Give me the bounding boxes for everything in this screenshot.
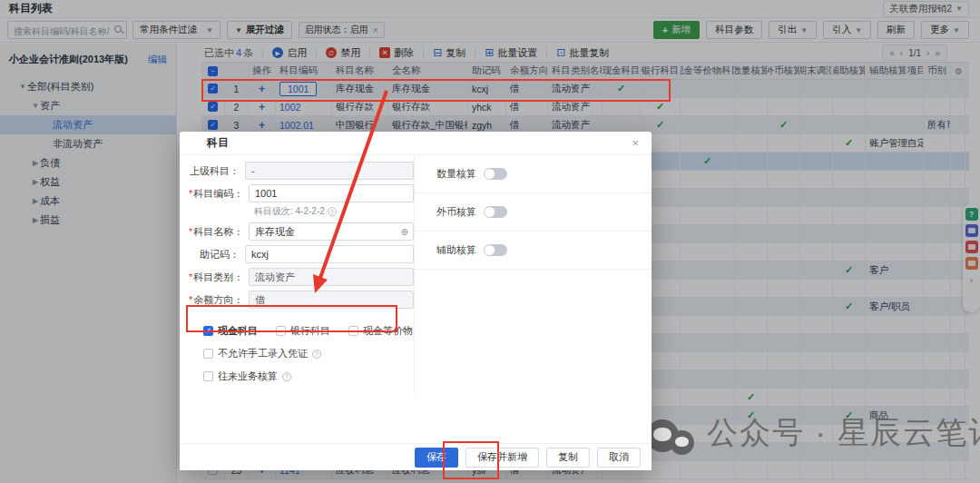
checkbox-label: 不允许手工录入凭证 (218, 347, 308, 360)
field-label: *科目名称： (189, 225, 249, 239)
field-input-余额方向: 借 (249, 291, 414, 309)
button-复制[interactable]: 复制 (546, 448, 590, 468)
toggle-label: 数量核算 (436, 167, 476, 181)
save-button[interactable]: 保存 (415, 448, 458, 468)
watermark: 公众号 · 星辰云笔记 (646, 410, 980, 455)
button-保存并新增[interactable]: 保存并新增 (466, 448, 539, 468)
subject-modal: 科目 × 上级科目：-*科目编码：1001科目级次: 4-2-2-2?*科目名称… (180, 132, 652, 470)
checkbox-icon[interactable] (203, 349, 213, 359)
toggle-section-辅助核算: 辅助核算 (415, 232, 652, 270)
field-label: *科目类别： (189, 271, 249, 284)
toggle-knob (485, 245, 495, 255)
required-asterisk: * (189, 188, 192, 199)
app-root: 科目列表 关联费用报销2 ▼ 常用条件过滤 ▼ ▼ 展开过滤 启用状态：启用 ×… (0, 0, 980, 483)
required-asterisk: * (189, 226, 192, 237)
checkbox-icon[interactable] (276, 326, 286, 336)
modal-field-科目名称: *科目名称：库存现金⊕ (189, 222, 414, 241)
toggle-label: 外币核算 (436, 205, 476, 219)
field-label: *余额方向： (189, 293, 249, 307)
checkbox-label: 现金科目 (218, 324, 258, 338)
help-circle-icon[interactable]: ? (328, 207, 337, 216)
checkbox-icon[interactable] (203, 371, 213, 381)
checkbox-label: 往来业务核算 (218, 370, 278, 383)
button-取消[interactable]: 取消 (597, 448, 641, 468)
modal-field-科目编码: *科目编码：1001 (189, 184, 414, 202)
modal-title: 科目 (207, 135, 229, 151)
toggle-knob (485, 169, 495, 179)
checkbox-银行科目[interactable]: 银行科目 (276, 324, 330, 338)
checkbox-现金等价物[interactable]: 现金等价物 (348, 324, 413, 338)
toggle-section-数量核算: 数量核算 (415, 155, 652, 193)
modal-field-上级科目: 上级科目：- (189, 162, 414, 180)
required-asterisk: * (189, 271, 192, 282)
required-asterisk: * (189, 294, 192, 305)
modal-field-余额方向: *余额方向：借 (189, 291, 414, 309)
flag-checkbox-row: ✓现金科目银行科目现金等价物 (203, 324, 414, 338)
field-input-助记码[interactable]: kcxj (245, 245, 414, 263)
field-label: *科目编码： (189, 187, 249, 201)
modal-field-助记码: 助记码：kcxj (189, 245, 414, 263)
watermark-text: 公众号 · 星辰云笔记 (707, 412, 980, 454)
checkbox-现金科目[interactable]: ✓现金科目 (203, 324, 258, 338)
toggle-switch[interactable] (484, 168, 507, 180)
field-input-科目编码[interactable]: 1001 (249, 184, 414, 202)
checkbox-label: 现金等价物 (363, 324, 413, 338)
globe-icon[interactable]: ⊕ (401, 227, 408, 237)
help-circle-icon[interactable]: ? (282, 372, 291, 381)
toggle-knob (485, 207, 495, 217)
toggle-label: 辅助核算 (436, 243, 476, 257)
modal-close-icon[interactable]: × (632, 136, 639, 150)
field-input-科目类别: 流动资产 (249, 268, 414, 286)
checkbox-icon[interactable] (348, 326, 358, 336)
field-label: 助记码： (189, 248, 245, 261)
wechat-icon (670, 430, 694, 455)
toggle-section-外币核算: 外币核算 (415, 193, 652, 232)
checkbox-往来业务核算[interactable]: 往来业务核算? (203, 370, 414, 383)
checkbox-不允许手工录入凭证[interactable]: 不允许手工录入凭证? (203, 347, 414, 360)
field-helper: 科目级次: 4-2-2-2? (254, 205, 414, 218)
help-circle-icon[interactable]: ? (312, 350, 321, 359)
field-input-科目名称[interactable]: 库存现金⊕ (249, 222, 414, 241)
modal-field-科目类别: *科目类别：流动资产 (189, 268, 414, 286)
toggle-switch[interactable] (484, 244, 507, 256)
field-input-上级科目: - (245, 162, 414, 180)
toggle-switch[interactable] (484, 206, 507, 218)
checkbox-label: 银行科目 (290, 324, 330, 338)
field-label: 上级科目： (189, 164, 245, 178)
checkbox-icon[interactable]: ✓ (203, 326, 213, 336)
